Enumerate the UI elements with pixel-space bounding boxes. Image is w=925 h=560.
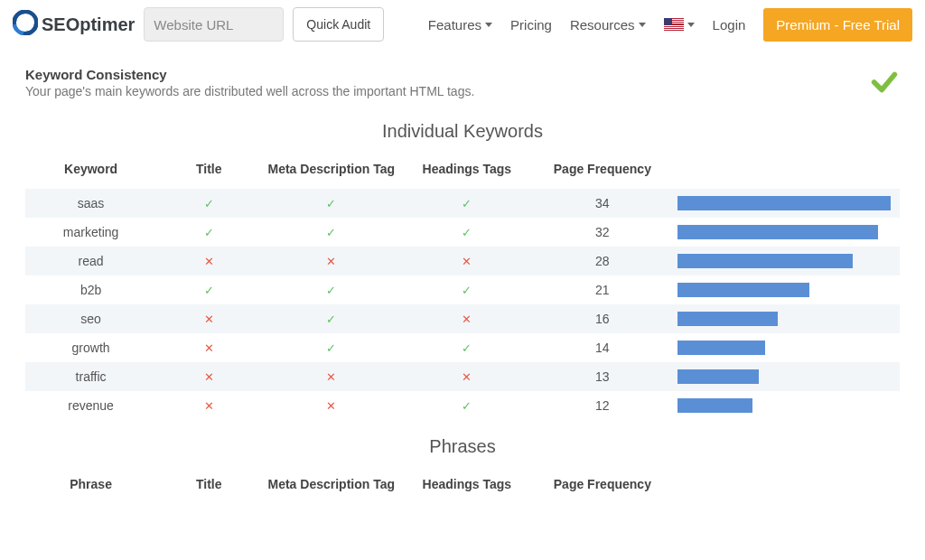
cell-headings: ✓ [401, 275, 532, 304]
cell-headings: ✕ [401, 247, 532, 275]
frequency-bar [677, 196, 891, 210]
th-headings: Headings Tags [401, 154, 532, 189]
cell-bar [672, 247, 900, 275]
frequency-bar [677, 312, 778, 326]
cell-freq: 13 [532, 362, 672, 391]
keywords-table: Keyword Title Meta Description Tag Headi… [25, 154, 900, 420]
frequency-bar [677, 283, 809, 297]
cell-meta: ✕ [261, 362, 401, 391]
cell-meta: ✕ [261, 391, 401, 420]
table-row: revenue✕✕✓12 [25, 391, 900, 420]
check-icon: ✓ [326, 226, 336, 239]
nav-features[interactable]: Features [428, 17, 492, 33]
cell-meta: ✓ [261, 218, 401, 247]
check-icon: ✓ [204, 284, 214, 297]
table-row: growth✕✓✓14 [25, 333, 900, 362]
frequency-bar [677, 369, 759, 384]
table1-title: Individual Keywords [25, 121, 900, 142]
check-icon: ✓ [462, 226, 472, 239]
nav-features-label: Features [428, 17, 481, 33]
cell-bar [672, 218, 900, 247]
cell-headings: ✕ [401, 304, 532, 333]
cell-meta: ✕ [261, 247, 401, 275]
check-icon: ✓ [462, 197, 472, 210]
cell-title: ✕ [156, 333, 261, 362]
cell-bar [672, 391, 900, 420]
table2-title: Phrases [25, 436, 900, 457]
cell-bar [672, 275, 900, 304]
table-row: seo✕✓✕16 [25, 304, 900, 333]
cross-icon: ✕ [204, 399, 214, 413]
cross-icon: ✕ [326, 255, 336, 268]
website-url-input[interactable] [144, 7, 284, 42]
nav-resources-label: Resources [570, 17, 635, 33]
cell-freq: 14 [532, 333, 672, 362]
cell-title: ✓ [156, 189, 261, 218]
cell-freq: 28 [532, 247, 672, 275]
check-icon: ✓ [326, 284, 336, 297]
check-icon: ✓ [462, 284, 472, 297]
table-row: traffic✕✕✕13 [25, 362, 900, 391]
th-freq: Page Frequency [532, 154, 672, 189]
th-meta: Meta Description Tag [261, 470, 401, 504]
cell-keyword: saas [25, 189, 156, 218]
nav-right: Features Pricing Resources Login Premium… [428, 8, 912, 42]
quick-audit-button[interactable]: Quick Audit [293, 7, 384, 42]
cell-title: ✓ [156, 218, 261, 247]
language-selector[interactable] [664, 18, 695, 31]
logo-icon [13, 10, 38, 40]
cell-headings: ✓ [401, 333, 532, 362]
table-header-row: Phrase Title Meta Description Tag Headin… [25, 470, 900, 504]
cross-icon: ✕ [326, 399, 336, 413]
chevron-down-icon [485, 23, 492, 27]
cell-keyword: read [25, 247, 156, 275]
frequency-bar [677, 254, 852, 268]
table-row: marketing✓✓✓32 [25, 218, 900, 247]
cell-bar [672, 189, 900, 218]
cell-title: ✕ [156, 362, 261, 391]
nav-resources[interactable]: Resources [570, 17, 646, 33]
nav-login[interactable]: Login [713, 17, 746, 33]
cell-headings: ✓ [401, 189, 532, 218]
check-icon: ✓ [204, 226, 214, 239]
check-icon: ✓ [462, 399, 472, 413]
th-freq: Page Frequency [532, 470, 672, 504]
cell-title: ✕ [156, 304, 261, 333]
navbar: SEOptimer Quick Audit Features Pricing R… [0, 0, 925, 49]
cell-keyword: revenue [25, 391, 156, 420]
logo[interactable]: SEOptimer [13, 10, 135, 40]
cell-title: ✕ [156, 247, 261, 275]
cell-freq: 12 [532, 391, 672, 420]
cell-headings: ✓ [401, 391, 532, 420]
cross-icon: ✕ [326, 370, 336, 384]
cell-meta: ✓ [261, 189, 401, 218]
cross-icon: ✕ [204, 370, 214, 384]
th-title: Title [156, 470, 261, 504]
check-icon: ✓ [204, 197, 214, 210]
th-headings: Headings Tags [401, 470, 532, 504]
cell-bar [672, 362, 900, 391]
nav-pricing[interactable]: Pricing [510, 17, 552, 33]
check-icon: ✓ [326, 197, 336, 210]
flag-us-icon [664, 18, 684, 31]
table-row: b2b✓✓✓21 [25, 275, 900, 304]
cell-freq: 16 [532, 304, 672, 333]
check-icon: ✓ [326, 313, 336, 326]
logo-text: SEOptimer [42, 14, 135, 35]
premium-trial-button[interactable]: Premium - Free Trial [763, 8, 912, 42]
cell-keyword: seo [25, 304, 156, 333]
table-header-row: Keyword Title Meta Description Tag Headi… [25, 154, 900, 189]
th-meta: Meta Description Tag [261, 154, 401, 189]
frequency-bar [677, 341, 765, 355]
cross-icon: ✕ [462, 370, 472, 384]
cell-bar [672, 333, 900, 362]
section-header: Keyword Consistency Your page's main key… [25, 67, 900, 105]
cell-freq: 21 [532, 275, 672, 304]
frequency-bar [677, 398, 752, 413]
cross-icon: ✕ [204, 313, 214, 326]
cell-headings: ✓ [401, 218, 532, 247]
cross-icon: ✕ [204, 255, 214, 268]
cell-keyword: growth [25, 333, 156, 362]
frequency-bar [677, 225, 878, 239]
status-check-icon [869, 67, 900, 105]
